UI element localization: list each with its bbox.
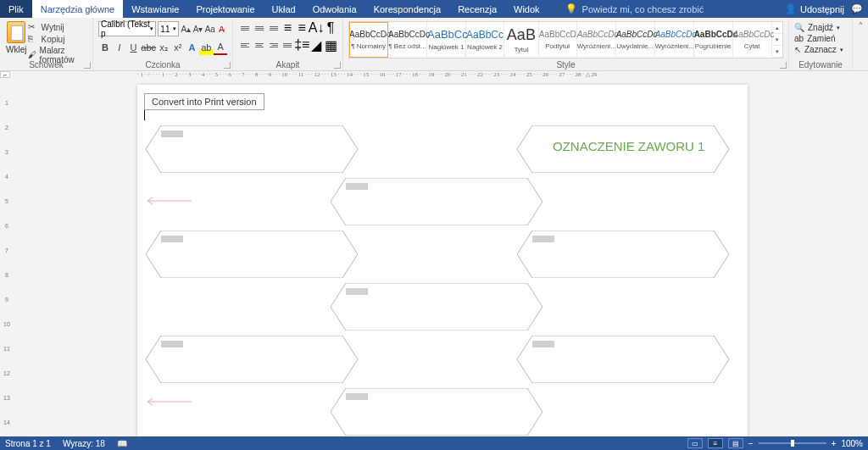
hex-shape[interactable] [331,283,542,331]
group-editing: 🔍Znajdź▾ abZamień ↖Zaznacz▾ Edytowanie [789,18,853,70]
style-item[interactable]: AaBbCcDcPogrubienie [694,22,733,58]
styles-gallery[interactable]: AaBbCcDc¶ NormalnyAaBbCcDc¶ Bez odst...A… [348,21,783,58]
style-preview: AaBbCcDc [733,31,771,39]
hex-shape[interactable] [517,231,729,278]
style-item[interactable]: AaBTytuł [504,22,539,58]
menu-tabs: Plik Narzędzia główne Wstawianie Projekt… [0,0,868,18]
tab-layout[interactable]: Układ [264,0,304,18]
style-item[interactable]: AaBbCcDc¶ Bez odst... [388,22,427,58]
paste-label: Wklej [5,45,28,54]
placeholder [346,183,368,190]
zoom-out-button[interactable]: − [748,439,754,448]
bold-button[interactable]: B [98,40,112,55]
valve-label: OZNACZENIE ZAWORU 1 [553,139,704,153]
spell-check-icon[interactable]: 📖 [117,439,127,448]
ruler-corner[interactable]: ⌐ [0,71,10,78]
superscript-button[interactable]: x² [171,40,185,55]
clipboard-launcher[interactable] [84,62,91,69]
multilevel-button[interactable] [267,21,281,35]
tab-insert[interactable]: Wstawianie [123,0,187,18]
hex-shape[interactable] [517,336,729,383]
zoom-slider[interactable] [759,442,826,444]
style-item[interactable]: AaBbCcDcWyróżnieni... [577,22,616,58]
subscript-button[interactable]: x₂ [157,40,170,55]
document-canvas[interactable]: Convert into Print version OZNACZENIE ZA… [12,81,868,436]
zoom-in-button[interactable]: + [832,439,837,448]
highlight-button[interactable]: ab [199,40,213,55]
page-status[interactable]: Strona 1 z 1 [5,439,51,448]
numbering-button[interactable] [253,21,266,35]
convert-print-button[interactable]: Convert into Print version [144,93,264,110]
tab-mailings[interactable]: Korespondencja [365,0,450,18]
strike-button[interactable]: abc [141,40,156,55]
style-item[interactable]: AaBbCcDPodtytuł [539,22,577,58]
hex-shape[interactable] [146,336,358,383]
para-launcher[interactable] [334,62,341,69]
shrink-font-button[interactable]: A▾ [193,22,203,36]
style-item[interactable]: AaBbCcNagłówek 1 [427,22,466,58]
zoom-thumb[interactable] [791,440,794,447]
hex-shape[interactable] [331,388,542,436]
justify-button[interactable] [281,38,294,52]
text-effects-button[interactable]: A [186,40,199,55]
word-count[interactable]: Wyrazy: 18 [63,439,105,448]
scissors-icon: ✂ [28,22,38,32]
increase-indent-button[interactable]: ≡ [295,21,309,35]
grow-font-button[interactable]: A▴ [181,22,191,36]
share-button[interactable]: 👤 Udostępnij [785,3,844,14]
search-icon: 🔍 [794,23,804,32]
style-item[interactable]: AaBbCcDcUwydatnie... [616,22,655,58]
placeholder [161,236,183,242]
styles-more-button[interactable]: ▴▾▾ [772,22,782,58]
font-launcher[interactable] [224,62,231,69]
change-case-button[interactable]: Aa [205,22,215,36]
align-center-button[interactable] [253,38,266,52]
copy-button[interactable]: ⎘Kopiuj [28,34,87,44]
show-marks-button[interactable]: ¶ [324,21,337,35]
tab-review[interactable]: Recenzja [449,0,505,18]
find-button[interactable]: 🔍Znajdź▾ [794,23,847,32]
read-mode-button[interactable]: ▭ [687,438,703,448]
horizontal-ruler[interactable]: · 1 · ⌐ · · · 1 · · · 2 · · · 3 · · · 4 … [12,71,868,81]
font-size-combo[interactable]: 11▾ [158,21,179,36]
align-right-button[interactable] [267,38,281,52]
hex-shape[interactable] [146,231,358,278]
comments-icon[interactable]: 💬 [851,3,863,14]
tab-home[interactable]: Narzędzia główne [32,0,123,18]
align-left-button[interactable] [238,38,252,52]
cut-button[interactable]: ✂Wytnij [28,22,87,32]
shading-button[interactable]: ◢ [309,38,323,52]
hex-shape[interactable] [146,125,358,173]
style-item[interactable]: AaBbCcNagłówek 2 [466,22,504,58]
tell-me-search[interactable]: 💡 Powiedz mi, co chcesz zrobić [565,0,704,18]
style-item[interactable]: AaBbCcDcWyróżnieni... [655,22,694,58]
underline-button[interactable]: U [127,40,141,55]
page[interactable]: Convert into Print version OZNACZENIE ZA… [137,85,748,436]
line-spacing-button[interactable]: ‡≡ [295,38,309,52]
hex-shape[interactable] [331,178,542,225]
font-name-combo[interactable]: Calibri (Tekst p▾ [98,21,156,36]
collapse-ribbon-button[interactable]: ˄ [859,21,863,31]
print-layout-button[interactable]: ≡ [708,438,723,448]
sort-button[interactable]: A↓ [309,21,323,35]
clear-format-button[interactable]: A̶ [217,22,227,36]
select-button[interactable]: ↖Zaznacz▾ [794,45,847,54]
decrease-indent-button[interactable]: ≡ [281,21,294,35]
styles-launcher[interactable] [780,62,787,69]
tab-references[interactable]: Odwołania [304,0,365,18]
tab-view[interactable]: Widok [505,0,548,18]
font-color-button[interactable]: A [214,40,227,55]
zoom-value[interactable]: 100% [841,439,863,448]
bullets-button[interactable] [238,21,252,35]
italic-button[interactable]: I [113,40,126,55]
tab-file[interactable]: Plik [0,0,32,18]
style-item[interactable]: AaBbCcDc¶ Normalny [349,22,388,58]
tab-design[interactable]: Projektowanie [187,0,263,18]
hex-shape-labeled[interactable]: OZNACZENIE ZAWORU 1 [517,125,729,173]
style-item[interactable]: AaBbCcDcCytat [733,22,772,58]
style-name: ¶ Bez odst... [388,42,426,50]
borders-button[interactable]: ▦ [324,38,337,52]
vertical-ruler[interactable]: 123456789101112131415 [2,81,12,436]
replace-button[interactable]: abZamień [794,34,847,43]
web-layout-button[interactable]: ▤ [728,438,743,448]
